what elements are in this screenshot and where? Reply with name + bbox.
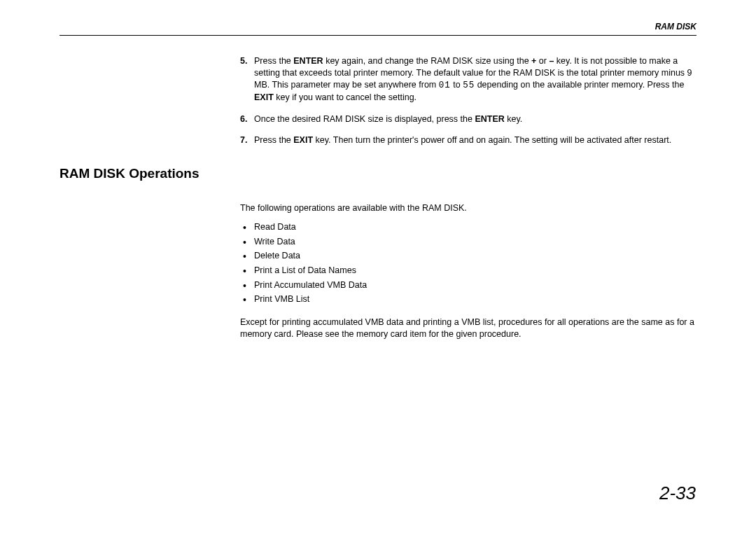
step-5: 5. Press the ENTER key again, and change…	[240, 55, 696, 104]
step-6: 6. Once the desired RAM DISK size is dis…	[240, 113, 696, 125]
step-number: 5.	[240, 55, 247, 67]
content-area: 5. Press the ENTER key again, and change…	[59, 36, 696, 340]
step-text: Press the ENTER key again, and change th…	[254, 56, 692, 102]
step-number: 7.	[240, 134, 247, 146]
intro-paragraph: The following operations are available w…	[240, 202, 696, 214]
list-item: Print Accumulated VMB Data	[240, 278, 696, 293]
step-number: 6.	[240, 113, 247, 125]
step-text: Once the desired RAM DISK size is displa…	[254, 114, 522, 124]
page-number: 2-33	[659, 482, 696, 504]
step-text: Press the EXIT key. Then turn the printe…	[254, 135, 671, 145]
list-item: Delete Data	[240, 249, 696, 263]
operations-list: Read Data Write Data Delete Data Print a…	[240, 220, 696, 307]
steps-list: 5. Press the ENTER key again, and change…	[240, 55, 696, 146]
list-item: Print VMB List	[240, 292, 696, 307]
list-item: Write Data	[240, 235, 696, 249]
section-heading: RAM DISK Operations	[59, 166, 696, 181]
step-7: 7. Press the EXIT key. Then turn the pri…	[240, 134, 696, 146]
header-label: RAM DISK	[655, 22, 696, 32]
outro-paragraph: Except for printing accumulated VMB data…	[240, 317, 696, 340]
list-item: Read Data	[240, 220, 696, 235]
header-rule: RAM DISK	[59, 35, 696, 36]
list-item: Print a List of Data Names	[240, 263, 696, 278]
page-container: RAM DISK 5. Press the ENTER key again, a…	[59, 0, 696, 340]
